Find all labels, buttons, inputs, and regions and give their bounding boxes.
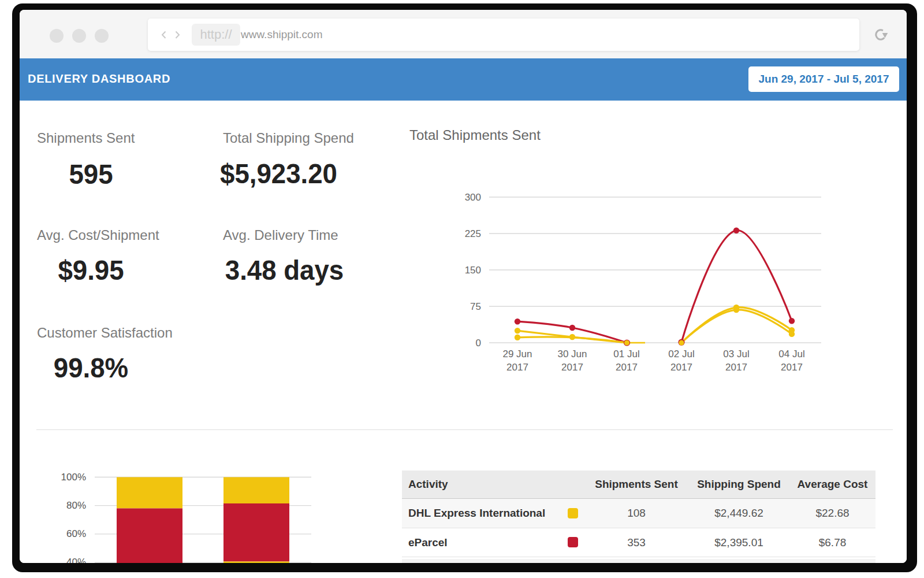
svg-text:150: 150	[465, 265, 481, 276]
svg-text:01 Jul: 01 Jul	[613, 349, 639, 360]
svg-text:225: 225	[465, 228, 481, 239]
svg-text:2017: 2017	[561, 362, 583, 373]
svg-text:0: 0	[476, 338, 481, 349]
svg-text:300: 300	[465, 192, 481, 203]
svg-text:2017: 2017	[781, 362, 803, 373]
svg-text:2017: 2017	[725, 362, 747, 373]
svg-text:29 Jun: 29 Jun	[502, 349, 532, 360]
svg-text:100%: 100%	[61, 472, 86, 483]
svg-text:2017: 2017	[670, 362, 692, 373]
svg-text:2017: 2017	[506, 362, 528, 373]
svg-text:04 Jul: 04 Jul	[778, 349, 804, 360]
svg-text:03 Jul: 03 Jul	[723, 349, 749, 360]
svg-text:40%: 40%	[66, 557, 86, 563]
svg-text:2017: 2017	[616, 362, 638, 373]
svg-text:60%: 60%	[66, 528, 86, 539]
svg-text:30 Jun: 30 Jun	[557, 349, 587, 360]
svg-text:80%: 80%	[66, 500, 86, 511]
svg-text:75: 75	[470, 301, 481, 312]
svg-text:02 Jul: 02 Jul	[668, 349, 694, 360]
